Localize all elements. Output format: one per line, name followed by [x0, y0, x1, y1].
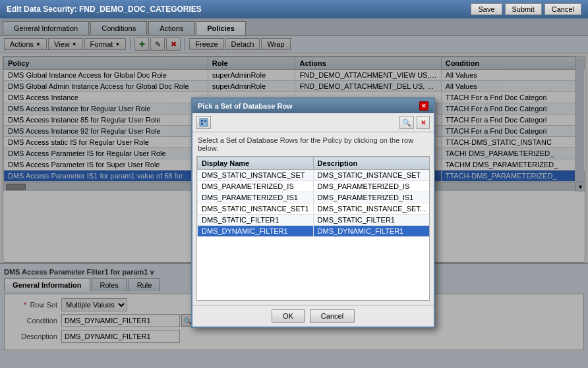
modal-cell-description: DMS_STATIC_INSTANCE_SET... [313, 203, 430, 215]
save-button[interactable]: Save [471, 3, 502, 15]
modal-cell-description: DMS_PARAMETERIZED_IS1 [313, 192, 430, 203]
list-item[interactable]: DMS_STATIC_FILTER1 DMS_STATIC_FILTER1 [198, 215, 430, 226]
list-item[interactable]: DMS_PARAMETERIZED_IS1 DMS_PARAMETERIZED_… [198, 192, 430, 203]
title-bar-buttons: Save Submit Cancel [471, 3, 581, 15]
modal-cell-display-name: DMS_STATIC_FILTER1 [198, 215, 314, 226]
modal-cell-description: DMS_PARAMETERIZED_IS [313, 181, 430, 192]
svg-rect-3 [201, 123, 203, 125]
modal-cell-description: DMS_DYNAMIC_FILTER1 [313, 226, 430, 237]
list-item[interactable]: DMS_DYNAMIC_FILTER1 DMS_DYNAMIC_FILTER1 [198, 226, 430, 237]
modal-ok-button[interactable]: OK [272, 309, 305, 323]
page-title: Edit Data Security: FND_DEMO_DOC_CATEGOR… [7, 5, 202, 14]
modal-close-button[interactable]: ✕ [419, 101, 428, 111]
modal-instruction: Select a Set of Database Rows for the Po… [192, 132, 434, 156]
svg-rect-2 [204, 120, 206, 122]
modal-title: Pick a Set of Database Row [198, 102, 293, 110]
modal-overlay: Pick a Set of Database Row ✕ 🔍 ✕ Select … [0, 18, 588, 368]
modal-footer: OK Cancel [192, 305, 434, 327]
list-item[interactable]: DMS_PARAMETERIZED_IS DMS_PARAMETERIZED_I… [198, 181, 430, 192]
modal-toolbar: 🔍 ✕ [192, 113, 434, 132]
modal-cell-description: DMS_STATIC_FILTER1 [313, 215, 430, 226]
modal-cell-display-name: DMS_PARAMETERIZED_IS [198, 181, 314, 192]
modal-search-button[interactable]: 🔍 [399, 116, 414, 129]
modal-table: Display Name Description DMS_STATIC_INST… [197, 157, 430, 237]
modal-table-container: Display Name Description DMS_STATIC_INST… [196, 156, 430, 301]
pick-database-row-modal: Pick a Set of Database Row ✕ 🔍 ✕ Select … [191, 97, 435, 328]
modal-cancel-search-button[interactable]: ✕ [417, 116, 430, 129]
svg-rect-1 [201, 120, 203, 122]
modal-cancel-button[interactable]: Cancel [310, 309, 355, 323]
submit-button[interactable]: Submit [505, 3, 542, 15]
modal-cell-display-name: DMS_STATIC_INSTANCE_SET1 [198, 203, 314, 215]
modal-cell-display-name: DMS_PARAMETERIZED_IS1 [198, 192, 314, 203]
svg-rect-0 [200, 118, 208, 126]
modal-cell-display-name: DMS_DYNAMIC_FILTER1 [198, 226, 314, 237]
title-bar: Edit Data Security: FND_DEMO_DOC_CATEGOR… [0, 0, 588, 18]
modal-col-description: Description [313, 157, 430, 170]
modal-title-bar: Pick a Set of Database Row ✕ [192, 99, 434, 113]
modal-icon [196, 116, 211, 129]
list-item[interactable]: DMS_STATIC_INSTANCE_SET1 DMS_STATIC_INST… [198, 203, 430, 215]
modal-cell-description: DMS_STATIC_INSTANCE_SET [313, 170, 430, 181]
modal-col-display-name: Display Name [198, 157, 314, 170]
modal-cell-display-name: DMS_STATIC_INSTANCE_SET [198, 170, 314, 181]
cancel-button[interactable]: Cancel [544, 3, 581, 15]
list-item[interactable]: DMS_STATIC_INSTANCE_SET DMS_STATIC_INSTA… [198, 170, 430, 181]
